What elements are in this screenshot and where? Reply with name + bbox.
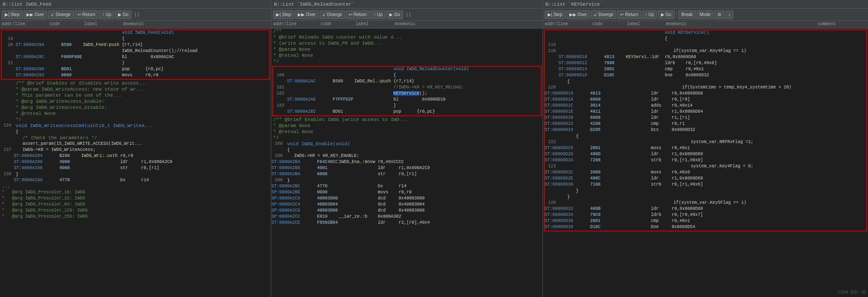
panel2-step-btn[interactable]: ▶| Step — [273, 10, 294, 19]
panel3-brace4-close: } — [545, 194, 866, 200]
panel1-go-btn[interactable]: ▶ Go — [115, 10, 132, 19]
panel3-line-st9d14: ST:08009D14 2801 cmp r0,#0x1 — [545, 67, 866, 73]
panel3-st9d24: ST:08009D24 D205 bcs 0x8009D32 — [545, 127, 866, 134]
panel3-mode-btn[interactable]: Mode — [697, 10, 713, 19]
panel3-col-code: code — [591, 21, 625, 28]
panel2-line-brace: 180 { — [273, 73, 540, 79]
panel3-st9d22: ST:08009D22 4288 cmp r0,r1 — [545, 121, 866, 127]
panel2-col-addr: addr/line — [271, 21, 319, 28]
panel2-enable-brace: { — [271, 147, 542, 153]
panel1-arg64: * @arg IWDG_Prescaler_64: IWDG — [0, 202, 271, 208]
panel2-void-line: void IWDG_ReloadCounter(void) — [273, 67, 540, 73]
panel1-line-20: IWDG_ReloadCounter();//reload — [2, 49, 269, 55]
panel3-break-btn[interactable]: Break — [678, 10, 696, 19]
panel1-up-btn[interactable]: ↑ Up — [99, 10, 114, 19]
panel3-up-btn[interactable]: ↑ Up — [642, 10, 657, 19]
panel2-col-label: label — [354, 21, 393, 28]
panel1-line-st29a: ST:0800A29A 4770 bx r14 — [0, 178, 271, 184]
panel1-line-st296: ST:0800A296 4900 ldr r1,0x800A2C0 — [0, 160, 271, 166]
panel3-line-st9d10: ST:08009D10 4813 KEYServi.:ldr r0,0x8009… — [545, 55, 866, 61]
panel1-over-btn[interactable]: ▶▶ Over — [23, 10, 47, 19]
panel1-code-area[interactable]: void IWDG_Feed(void) 19 { 20 ST:0800A28A… — [0, 29, 271, 297]
panel3-extra2-btn[interactable]: ↕ — [725, 10, 733, 19]
panel3-title-bar: B::List `KEYService` — [543, 0, 868, 9]
panel1-return-btn[interactable]: ↩ Return — [75, 10, 99, 19]
panel1-line-st294: ST:0800A294 B280 IWDG_Wri:.uxth r0,r0 — [0, 153, 271, 160]
panel1-dots: ... — [0, 184, 271, 190]
panel2-enable-void: 208 void IWDG_Enable(void) — [271, 141, 542, 147]
panel1-comment1: /** @brief Enables or disables write acc… — [0, 81, 271, 87]
panel1-arg32: * @arg IWDG_Prescaler_32: IWDG — [0, 196, 271, 202]
panel2-line-st2be: SP:0800A2BE 0000 movs r0,r0 — [271, 190, 542, 196]
panel3-step-btn[interactable]: ▶| Step — [545, 10, 566, 19]
panel1-arg256: * @arg IWDG_Prescaler_256: IWDG — [0, 214, 271, 220]
panel1-line-void: void IWDG_Feed(void) — [2, 30, 269, 36]
panel3-st9d18: ST:08009D18 4813 ldr r0,0x8009D68 — [545, 91, 866, 97]
panel2-line-st2c8: SP:0800A2C8 40003008 dcd 0x40003008 — [271, 208, 542, 214]
panel2-return-btn[interactable]: ↩ Return — [346, 10, 370, 19]
panel2-line-st2b8: ST:0800A2B8 4901 ldr r1,0x800A2C0 — [271, 166, 542, 172]
panel3-line-st9d16: ST:08009D16 D10C bne 0x8009D32 — [545, 73, 866, 79]
panel2-col-mnemonic: mnemonic — [393, 21, 542, 28]
panel1-checkparam: /* Check the parameters */ — [0, 135, 271, 141]
panel2-title-bar: B::List `IWDG_ReloadCounter` — [271, 0, 542, 9]
panel3-col-label: label — [625, 21, 664, 28]
panel3-st9d2a: ST:08009D2A 7208 strb r0,[r1,#0x8] — [545, 158, 866, 164]
panel1-red-box: void IWDG_Feed(void) 19 { 20 ST:0800A28A… — [1, 29, 270, 80]
panel3-void-line: void KEYService() — [545, 30, 866, 36]
panel3-red-box: void KEYService() { 116 118 — [544, 29, 867, 232]
panel3-st9d32: ST:08009D32 480B ldr r0,0x8009D60 — [545, 206, 866, 212]
panel3-over-btn[interactable]: ▶▶ Over — [566, 10, 590, 19]
panel1-step-btn[interactable]: ▶| Step — [2, 10, 23, 19]
panel2-line-st2c0: SP:0800A2C0 40003000 dcd 0x40003000 — [271, 196, 542, 202]
col-label: label — [82, 21, 122, 28]
panel3-brace-open: { — [545, 36, 866, 42]
panel2-pause: || — [404, 12, 413, 17]
panel3-go-btn[interactable]: ▶ Go — [658, 10, 674, 19]
panel2-jsdoc-brief: * @brief Reloads IWDG counter with value… — [271, 35, 542, 41]
panel3-col-comment: comment — [816, 21, 868, 28]
panel3-extra1-btn[interactable]: ⚙ — [714, 10, 724, 19]
panel3-line-st9d12: ST:08009D12 7980 ldrb r0,[r0,#0x6] — [545, 61, 866, 67]
panel2-over-btn[interactable]: ▶▶ Over — [295, 10, 318, 19]
panel3-line-128: 128 if(system_var.Key5Flag == 1) — [545, 200, 866, 206]
panel3-brace3-close: } — [545, 188, 866, 194]
panel2-line-209b: 209 } — [271, 178, 542, 184]
panel2-jsdoc-retval: * @retval None — [271, 53, 542, 59]
panel1-diverge-btn[interactable]: ↙ Diverge — [48, 10, 73, 19]
panel3-toolbar: ▶| Step ▶▶ Over ↙ Diverge ↩ Return ↑ Up … — [543, 9, 868, 21]
panel1-line-st28a: 20 ST:0800A28A B580 IWDG_Feed:push {r7,r… — [2, 42, 269, 49]
panel2-line-st2ba: ST:0800A2BA 6008 str r0,[r1] — [271, 172, 542, 178]
panel3-st9d26: ST:08009D26 2001 movs r0,#0x1 — [545, 146, 866, 152]
panel3-code-area[interactable]: void KEYService() { 116 118 — [543, 29, 868, 297]
panel3-st9d1a: ST:08009D1A 6800 ldr r0,[r0] — [545, 97, 866, 103]
panel2-line-st2ce: ST:0800A2CE F8502B04 ldr r2,[r0],#0x4 — [271, 220, 542, 226]
panel2-up-btn[interactable]: ↑ Up — [371, 10, 386, 19]
panel2-diverge-btn[interactable]: ↙ Diverge — [319, 10, 345, 19]
panel1-line-brace134: { — [0, 129, 271, 135]
panel-iwdg-reload: B::List `IWDG_ReloadCounter` ▶| Step ▶▶ … — [271, 0, 542, 297]
panel1-arg128: * @arg IWDG_Prescaler_128: IWDG — [0, 208, 271, 214]
panel2-line-183: 183 } — [273, 103, 540, 109]
panel2-comment-param2: * @param None — [271, 123, 542, 129]
panel2-line-st2bc: ST:0800A2BC 4770 bx r14 — [271, 184, 542, 190]
panel2-code-area[interactable]: /** * @brief Reloads IWDG counter with v… — [271, 29, 542, 297]
panel1-arg16: * @arg IWDG_Prescaler_16: IWDG — [0, 190, 271, 196]
panel1-comment7: */ — [0, 117, 271, 123]
panel1-assert: assert_param(IS_IWDG_WRITE_ACCESS(IWDG_W… — [0, 141, 271, 147]
panel1-comment6: * @retval None — [0, 111, 271, 117]
panel3-diverge-btn[interactable]: ↙ Diverge — [591, 10, 616, 19]
panel2-comment-ret2: * @retval None — [271, 129, 542, 135]
panel3-title: B::List `KEYService` — [546, 2, 603, 7]
panel1-line-st298: ST:0800A298 6008 str r0,[r1] — [0, 166, 271, 172]
panel3-return-btn[interactable]: ↩ Return — [617, 10, 641, 19]
panel1-comment4: * @arg IWDG_WriteAccess_Enable: — [0, 99, 271, 105]
panel1-line-134: 134 void IWDG_WriteAccessCmd(uint16_t IW… — [0, 123, 271, 129]
panel3-line-116: 116 — [545, 42, 866, 49]
panel2-go-btn[interactable]: ▶ Go — [386, 10, 403, 19]
panel3-col-addr: addr/line — [543, 21, 591, 28]
panel1-col-header: addr/line code label mnemonic — [0, 21, 271, 29]
panel3-line-123: 123 system_var.Key4Flag = 0; — [545, 164, 866, 170]
csdn-watermark: CSDN @张一西 — [838, 289, 866, 295]
panel2-line-st2cc: SP:0800A2CC E019 __iar_ze.:b 0x800A302 — [271, 214, 542, 220]
